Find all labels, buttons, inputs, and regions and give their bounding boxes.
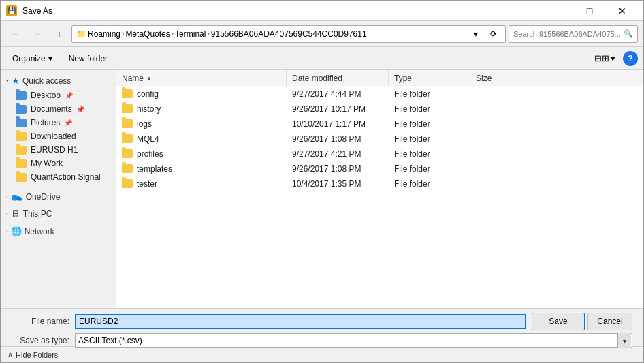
breadcrumb-part1: Roaming [88,29,120,39]
search-icon[interactable]: 🔍 [624,29,633,38]
sep1: › [122,30,124,37]
table-row[interactable]: MQL4 9/26/2017 1:08 PM File folder [116,131,643,146]
svg-point-3 [12,195,18,200]
file-cell-size [470,161,525,176]
quantaction-folder-icon [16,173,27,182]
sidebar: ▾ ★ Quick access Desktop 📌 Documents 📌 P… [1,70,116,308]
close-button[interactable]: ✕ [607,1,638,21]
col-type-label: Type [394,74,412,83]
table-row[interactable]: history 9/26/2017 10:17 PM File folder [116,101,643,116]
view-button[interactable]: ⊞⊞ ▾ [590,51,620,65]
sidebar-item-pictures[interactable]: Pictures 📌 [1,116,116,129]
file-cell-date: 9/26/2017 1:08 PM [287,131,389,146]
file-cell-date: 9/26/2017 10:17 PM [287,101,389,116]
downloaded-label: Downloaded [31,131,76,141]
file-cell-date: 9/27/2017 4:44 PM [287,86,389,101]
bottom-bar: File name: Save Cancel Save as type: ASC… [1,308,643,346]
sidebar-item-desktop[interactable]: Desktop 📌 [1,89,116,102]
address-breadcrumb: 📁 Roaming › MetaQuotes › Terminal › 9155… [76,29,466,39]
sidebar-item-eurusd[interactable]: EURUSD H1 [1,143,116,157]
quick-access-chevron: ▾ [6,78,9,84]
file-cell-name: MQL4 [116,131,287,146]
help-button[interactable]: ? [623,51,638,66]
col-name-label: Name [122,74,144,83]
sidebar-item-my-work[interactable]: My Work [1,157,116,170]
breadcrumb-part3: Terminal [175,29,206,39]
nav-toolbar: ← → ↑ 📁 Roaming › MetaQuotes › Terminal … [1,21,643,47]
col-header-size[interactable]: Size [470,70,525,86]
new-folder-button[interactable]: New folder [63,51,114,66]
organize-toolbar: Organize ▾ New folder ⊞⊞ ▾ ? [1,47,643,70]
address-dropdown-button[interactable]: ▾ [468,27,483,42]
this-pc-header[interactable]: › 🖥 This PC [1,206,116,222]
col-header-type[interactable]: Type [389,70,470,86]
col-header-name[interactable]: Name ▲ [116,70,287,86]
sidebar-item-documents[interactable]: Documents 📌 [1,102,116,116]
onedrive-chevron: › [6,194,8,200]
hide-folders-chevron: ∧ [7,350,13,359]
table-row[interactable]: config 9/27/2017 4:44 PM File folder [116,86,643,101]
window-title: Save As [22,6,52,16]
quick-access-star-icon: ★ [12,76,20,86]
documents-pin-icon: 📌 [76,106,84,113]
toolbar2-right: ⊞⊞ ▾ ? [590,51,638,66]
organize-button[interactable]: Organize ▾ [6,51,59,66]
search-box[interactable]: 🔍 [509,25,638,43]
desktop-label: Desktop [31,91,61,100]
onedrive-label: OneDrive [26,192,61,202]
hide-folders-label: Hide Folders [16,351,58,359]
row-folder-icon [122,164,133,173]
search-input[interactable] [513,30,624,38]
sidebar-item-quantaction[interactable]: QuantAction Signal [1,170,116,184]
sidebar-item-downloaded[interactable]: Downloaded [1,129,116,143]
pictures-folder-icon [16,119,27,127]
network-header[interactable]: › 🌐 Network [1,223,116,239]
mywork-folder-icon [16,159,27,168]
quick-access-header[interactable]: ▾ ★ Quick access [1,73,116,89]
col-header-date[interactable]: Date modified [287,70,389,86]
table-row[interactable]: profiles 9/27/2017 4:21 PM File folder [116,146,643,161]
main-content: ▾ ★ Quick access Desktop 📌 Documents 📌 P… [1,70,643,308]
col-date-label: Date modified [292,74,342,83]
file-cell-size [470,131,525,146]
eurusd-folder-icon [16,146,27,155]
file-cell-name: profiles [116,146,287,161]
filename-label: File name: [12,317,69,326]
network-chevron: › [6,228,8,234]
forward-button[interactable]: → [28,25,47,43]
file-cell-size [470,101,525,116]
desktop-folder-icon [16,91,27,100]
file-cell-name: templates [116,161,287,176]
hide-folders-button[interactable]: ∧ Hide Folders [7,350,58,359]
file-cell-type: File folder [389,161,470,176]
window-icon: 💾 [6,5,17,16]
organize-chevron: ▾ [48,54,52,63]
table-row[interactable]: logs 10/10/2017 1:17 PM File folder [116,116,643,131]
up-button[interactable]: ↑ [50,25,69,43]
minimize-button[interactable]: — [541,1,573,21]
filename-input[interactable] [75,314,526,329]
file-cell-size [470,116,525,131]
col-size-label: Size [476,74,492,83]
table-row[interactable]: tester 10/4/2017 1:35 PM File folder [116,176,643,191]
save-button[interactable]: Save [532,313,585,330]
refresh-button[interactable]: ⟳ [486,27,501,42]
onedrive-header[interactable]: › OneDrive [1,189,116,204]
back-button[interactable]: ← [6,25,25,43]
table-row[interactable]: templates 9/26/2017 1:08 PM File folder [116,161,643,176]
filetype-label: Save as type: [12,336,69,345]
file-list-header: Name ▲ Date modified Type Size [116,70,643,86]
row-folder-icon [122,134,133,143]
my-work-label: My Work [31,159,63,168]
cancel-button[interactable]: Cancel [587,313,632,330]
address-bar[interactable]: 📁 Roaming › MetaQuotes › Terminal › 9155… [71,25,506,43]
maximize-button[interactable]: □ [574,1,605,21]
quick-access-label: Quick access [22,76,71,86]
this-pc-chevron: › [6,211,8,217]
filetype-select[interactable]: ASCII Text (*.csv)All Files (*.*) [75,333,632,348]
this-pc-icon: 🖥 [11,208,20,219]
file-cell-type: File folder [389,101,470,116]
file-cell-date: 10/4/2017 1:35 PM [287,176,389,191]
row-folder-icon [122,89,133,98]
network-icon: 🌐 [11,226,22,236]
